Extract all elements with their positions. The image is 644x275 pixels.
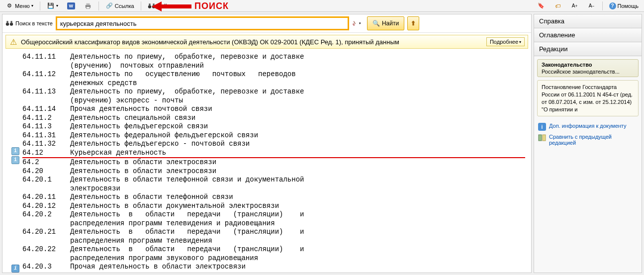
chevron-down-icon: ▾ xyxy=(31,3,33,8)
search-up-button[interactable]: ⬆ xyxy=(407,16,419,30)
description-cell: Деятельность в области передачи (трансля… xyxy=(70,245,525,254)
code-cell: 64.11.14 xyxy=(22,105,70,114)
search-input[interactable] xyxy=(56,16,349,30)
legislation-section: Законодательство Российское законодатель… xyxy=(537,59,639,77)
save-button[interactable]: 💾 ▾ xyxy=(43,0,62,11)
clear-search-button[interactable]: ▾ xyxy=(352,19,361,28)
description-cell: Деятельность в области передачи (трансля… xyxy=(70,210,525,219)
section-info-marker[interactable]: i xyxy=(11,265,19,273)
tab-contents[interactable]: Оглавление xyxy=(534,28,642,42)
search-find-label: Найти xyxy=(382,20,399,27)
content-row: распределения программ телевидения xyxy=(22,237,525,246)
content-row: 64.20.12Деятельность в области документа… xyxy=(22,202,525,211)
bookmark-button[interactable]: 🔖 xyxy=(534,0,549,11)
content-row: 64.11.12Деятельность по осуществлению по… xyxy=(22,70,525,79)
tab-revisions[interactable]: Редакции xyxy=(534,42,642,56)
description-cell: распределения программ телевидения xyxy=(70,237,525,246)
svg-rect-5 xyxy=(149,3,150,6)
code-cell: 64.11.2 xyxy=(22,114,70,123)
svg-rect-14 xyxy=(539,135,542,141)
description-cell: Деятельность по приему, обработке, перев… xyxy=(70,88,525,96)
content-row: распределения программ звукового радиове… xyxy=(22,254,525,263)
svg-rect-1 xyxy=(86,3,90,5)
font-plus-icon: A+ xyxy=(571,2,579,10)
svg-rect-2 xyxy=(86,6,90,8)
document-reference-box: Постановление Госстандарта России от 06.… xyxy=(537,80,639,116)
print-button[interactable] xyxy=(81,0,95,11)
description-cell: Деятельность в области электросвязи xyxy=(70,158,525,167)
code-cell: 64.20.3 xyxy=(22,263,70,272)
binoculars-icon xyxy=(5,19,13,27)
font-increase-button[interactable]: A+ xyxy=(567,0,582,11)
help-button[interactable]: ? Помощь xyxy=(606,1,643,11)
code-cell xyxy=(22,96,70,105)
search-label-group: Поиск в тексте xyxy=(5,19,53,27)
legislation-heading: Законодательство xyxy=(542,62,634,68)
code-cell: 64.11.32 xyxy=(22,140,70,149)
description-cell: распределения программ звукового радиове… xyxy=(70,254,525,263)
right-panel: Справка Оглавление Редакции Законодатель… xyxy=(534,14,642,273)
content-row: 64.20Деятельность в области электросвязи xyxy=(22,167,525,176)
content-row: 64.20.2Деятельность в области передачи (… xyxy=(22,210,525,219)
link-additional-info[interactable]: i Доп. информация к документу xyxy=(537,121,639,132)
code-cell xyxy=(22,219,70,228)
search-label-text: Поиск в тексте xyxy=(15,20,53,26)
side-info-marker[interactable]: i xyxy=(11,156,19,164)
description-cell: Деятельность в области документальной эл… xyxy=(70,202,525,211)
link-label: Ссылка xyxy=(115,3,134,9)
link-button[interactable]: 🔗 Ссылка xyxy=(102,0,138,11)
search-find-button[interactable]: 🔍 Найти xyxy=(367,16,404,30)
word-icon: W xyxy=(67,2,75,9)
binoculars-icon xyxy=(148,2,156,10)
content-row: 64.11.2Деятельность специальной связи xyxy=(22,114,525,123)
content-row: электросвязи xyxy=(22,184,525,193)
content-row: 64.11.31Деятельность федеральной фельдъе… xyxy=(22,131,525,140)
word-export-button[interactable]: W xyxy=(64,1,79,11)
content-row: 64.2Деятельность в области электросвязи xyxy=(22,158,525,167)
link-compare-revision[interactable]: Сравнить с предыдущей редакцией xyxy=(537,132,639,147)
info-icon: i xyxy=(538,123,546,131)
tab-reference[interactable]: Справка xyxy=(534,14,642,28)
disk-icon: 💾 xyxy=(47,2,55,10)
content-row: 64.20.3Прочая деятельность в области эле… xyxy=(22,263,525,272)
code-cell: 64.11.3 xyxy=(22,122,70,131)
svg-rect-10 xyxy=(6,21,8,23)
notice-more-button[interactable]: Подробнее ▾ xyxy=(486,37,525,46)
font-minus-icon: A− xyxy=(588,2,596,10)
content-row: (вручению) экспресс - почты xyxy=(22,96,525,105)
menu-label: Меню xyxy=(15,3,30,9)
description-cell: денежных средств xyxy=(70,79,525,88)
side-info-marker[interactable]: i xyxy=(11,147,19,155)
code-cell: 64.20.1 xyxy=(22,176,70,184)
chevron-down-icon: ▾ xyxy=(359,21,361,25)
code-cell: 64.20 xyxy=(22,167,70,176)
svg-rect-11 xyxy=(10,21,12,23)
description-cell: (вручению) почтовых отправлений xyxy=(70,62,525,71)
separator xyxy=(141,1,141,10)
code-cell xyxy=(22,79,70,88)
code-cell xyxy=(22,254,70,263)
code-cell: 64.11.12 xyxy=(22,70,70,79)
content-row: 64.11.14Прочая деятельность почтовой свя… xyxy=(22,105,525,114)
search-input-wrap: ▾ xyxy=(56,16,364,30)
description-cell: Деятельность в области телефонной связи … xyxy=(70,176,525,184)
content-row: (вручению) почтовых отправлений xyxy=(22,62,525,71)
link-text: Доп. информация к документу xyxy=(549,123,627,129)
code-cell: 64.11.11 xyxy=(22,53,70,62)
find-button[interactable]: Найти xyxy=(144,0,176,11)
tag-button[interactable]: 🏷 xyxy=(551,0,565,11)
warning-icon: ⚠ xyxy=(9,37,18,46)
content-row: 64.12Курьерская деятельность xyxy=(22,149,525,159)
description-cell: Деятельность федеральной фельдъегерской … xyxy=(70,131,525,140)
menu-button[interactable]: ⚙ Меню ▾ xyxy=(2,0,37,11)
notice-text: Общероссийский классификатор видов эконо… xyxy=(21,38,483,46)
code-cell: 64.12 xyxy=(22,149,70,159)
right-links: i Доп. информация к документу Сравнить с… xyxy=(537,121,639,147)
document-content[interactable]: i i 64.11.11Деятельность по приему, обра… xyxy=(2,51,531,273)
description-cell: распределения программ телевидения и рад… xyxy=(70,219,525,228)
code-cell: 64.20.21 xyxy=(22,228,70,237)
print-icon xyxy=(84,2,92,10)
description-cell: Деятельность в области передачи (трансля… xyxy=(70,228,525,237)
arrow-up-icon: ⬆ xyxy=(411,20,416,27)
font-decrease-button[interactable]: A− xyxy=(584,0,599,11)
